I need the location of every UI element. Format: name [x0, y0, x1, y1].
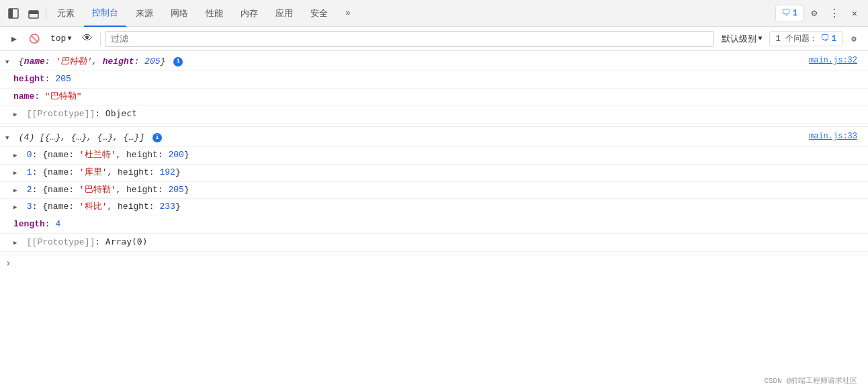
entry1-info-icon[interactable]: i [173, 57, 183, 67]
tab-sources[interactable]: 来源 [128, 0, 161, 27]
entry2-item-1[interactable]: 1: {name: '库里', height: 192} [0, 165, 868, 182]
run-button[interactable]: ▶ [5, 30, 23, 48]
entry2-summary-content: (4) [{…}, {…}, {…}, {…}] i [5, 131, 863, 145]
entry1-prop-height: height: 205 [0, 71, 868, 89]
entry2-item-2[interactable]: 2: {name: '巴特勒', height: 205} [0, 182, 868, 200]
filter-input[interactable] [105, 31, 714, 47]
entry2-prop-prototype[interactable]: [[Prototype]]: Array(0) [0, 234, 868, 252]
item0-toggle[interactable] [13, 148, 21, 163]
item3-toggle[interactable] [13, 200, 21, 214]
console-toolbar: ▶ 🚫 top ▼ 👁 默认级别 ▼ 1 个问题： 🗨 1 ⚙ [0, 27, 868, 51]
toolbar-divider [100, 32, 101, 46]
item1-toggle[interactable] [13, 166, 21, 180]
undock-icon[interactable] [24, 4, 43, 23]
entry1-summary-content: {name: '巴特勒', height: 205} i [5, 55, 863, 69]
console-entry-2: (4) [{…}, {…}, {…}, {…}] i main.js:33 0:… [0, 127, 868, 255]
dropdown-arrow-icon: ▼ [67, 35, 71, 42]
item2-toggle[interactable] [13, 183, 21, 198]
issue-message-icon: 🗨 [820, 34, 829, 44]
top-nav: 元素 控制台 来源 网络 性能 内存 应用 安全 » 🗨 1 ⚙ ⋮ ✕ [0, 0, 868, 27]
prompt-chevron: › [5, 258, 11, 269]
messages-badge[interactable]: 🗨 1 [775, 5, 804, 22]
context-selector[interactable]: top ▼ [46, 32, 76, 46]
settings-icon[interactable]: ⚙ [805, 4, 824, 23]
entry2-item-0[interactable]: 0: {name: '杜兰特', height: 200} [0, 147, 868, 165]
watermark: CSDN @前端工程师请求社区 [764, 376, 857, 386]
more-options-icon[interactable]: ⋮ [825, 4, 844, 23]
console-entry-1: {name: '巴特勒', height: 205} i main.js:32 … [0, 51, 868, 127]
tab-application[interactable]: 应用 [267, 0, 301, 27]
tab-more[interactable]: » [337, 0, 359, 27]
nav-divider [46, 7, 46, 20]
entry2-item-3[interactable]: 3: {name: '科比', height: 233} [0, 199, 868, 216]
tab-console[interactable]: 控制台 [84, 0, 126, 27]
tab-elements[interactable]: 元素 [49, 0, 83, 27]
tab-security[interactable]: 安全 [302, 0, 336, 27]
entry2-proto-toggle[interactable] [13, 236, 21, 250]
console-output: {name: '巴特勒', height: 205} i main.js:32 … [0, 51, 868, 391]
message-icon: 🗨 [781, 8, 790, 18]
entry2-toggle[interactable] [5, 131, 13, 145]
tab-performance[interactable]: 性能 [198, 0, 231, 27]
level-dropdown-icon: ▼ [758, 35, 762, 42]
tab-memory[interactable]: 内存 [232, 0, 266, 27]
entry2-source[interactable]: main.js:33 [809, 132, 857, 141]
console-prompt[interactable]: › [0, 255, 868, 271]
entry1-prop-prototype[interactable]: [[Prototype]]: Object [0, 105, 868, 124]
console-settings-icon[interactable]: ⚙ [845, 30, 863, 48]
clear-button[interactable]: 🚫 [26, 30, 43, 48]
tab-network[interactable]: 网络 [163, 0, 196, 27]
svg-rect-1 [9, 9, 13, 18]
entry1-proto-toggle[interactable] [13, 107, 21, 122]
entry2-info-icon[interactable]: i [153, 133, 162, 142]
entry1-source[interactable]: main.js:32 [809, 56, 857, 65]
close-devtools-icon[interactable]: ✕ [845, 4, 864, 23]
entry2-prop-length: length: 4 [0, 216, 868, 234]
dock-icon[interactable] [4, 4, 23, 23]
entry2-summary-line[interactable]: (4) [{…}, {…}, {…}, {…}] i main.js:33 [0, 130, 868, 147]
entry1-prop-name: name: "巴特勒" [0, 89, 868, 106]
eye-button[interactable]: 👁 [79, 30, 96, 48]
svg-rect-3 [29, 11, 38, 14]
log-level-selector[interactable]: 默认级别 ▼ [717, 31, 767, 47]
entry1-toggle[interactable] [5, 55, 13, 69]
entry1-summary-line[interactable]: {name: '巴特勒', height: 205} i main.js:32 [0, 54, 868, 71]
issues-badge[interactable]: 1 个问题： 🗨 1 [769, 31, 842, 46]
